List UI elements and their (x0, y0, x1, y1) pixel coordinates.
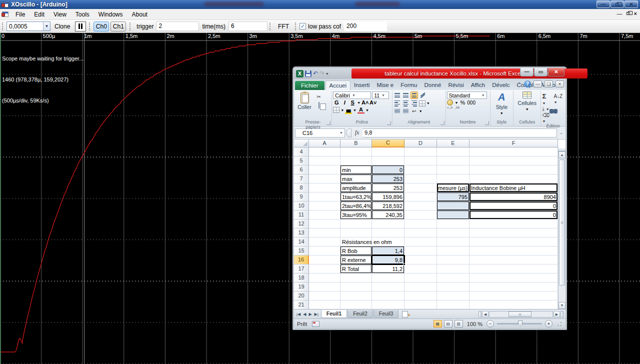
cell-A20[interactable] (309, 292, 340, 300)
pause-button[interactable] (75, 22, 86, 32)
tab-inserti[interactable]: Inserti (350, 80, 373, 90)
cell-D16[interactable] (404, 256, 437, 264)
row-header-11[interactable]: 11 (294, 210, 309, 220)
cell-B19[interactable] (340, 282, 372, 292)
cell-B10[interactable]: 2tau=86,4% (340, 202, 372, 210)
cell-F18[interactable] (470, 274, 558, 282)
row-header-17[interactable]: 17 (294, 264, 309, 274)
cell-B14[interactable]: Résistances en ohm (340, 238, 372, 246)
ch1-toggle[interactable]: Ch1 (110, 22, 126, 32)
cell-D17[interactable] (404, 264, 437, 274)
cell-D20[interactable] (404, 292, 437, 300)
excel-app-icon[interactable]: X (296, 70, 304, 78)
tab-split-handle[interactable] (478, 311, 482, 318)
tab-fichier[interactable]: Fichier (295, 81, 324, 90)
menu-about[interactable]: About (128, 10, 152, 20)
cell-C21[interactable] (372, 300, 404, 309)
vertical-scrollbar[interactable]: ▲ ▼ (558, 148, 566, 309)
decrease-indent-icon[interactable] (394, 108, 401, 114)
cell-F7[interactable] (470, 174, 558, 184)
cell-F21[interactable] (470, 300, 558, 309)
font-color-icon[interactable]: A (358, 106, 364, 114)
cell-B5[interactable] (340, 156, 372, 166)
chevron-down-icon[interactable]: ▼ (338, 131, 344, 134)
format-painter-icon[interactable] (315, 111, 322, 118)
formula-input[interactable]: 9,8 (362, 128, 557, 138)
cell-F9[interactable]: 8904 (470, 192, 558, 202)
cell-C10[interactable]: 218,592 (372, 202, 404, 210)
ch0-toggle[interactable]: Ch0 (94, 22, 109, 32)
workbook-close-button[interactable]: × (556, 80, 564, 88)
ribbon-collapse-icon[interactable]: ⌃ (518, 82, 522, 87)
number-format-combobox[interactable]: Standard▼ (447, 92, 487, 99)
menu-file[interactable]: File (11, 10, 30, 20)
row-header-8[interactable]: 8 (294, 184, 309, 192)
clone-button[interactable]: Clone (50, 22, 74, 32)
page-break-view-icon[interactable]: ▥ (454, 320, 463, 328)
hscroll-track[interactable] (489, 311, 553, 318)
cell-A12[interactable] (309, 220, 340, 228)
row-header-14[interactable]: 14 (294, 238, 309, 246)
menu-tools[interactable]: Tools (71, 10, 94, 20)
cell-C9[interactable]: 159,896 (372, 192, 404, 202)
cell-D4[interactable] (404, 148, 437, 156)
save-icon[interactable] (305, 70, 312, 77)
scrollbar-thumb[interactable] (559, 160, 565, 286)
cell-B21[interactable] (340, 300, 372, 309)
tab-formu[interactable]: Formu (397, 80, 420, 90)
cell-D11[interactable] (404, 210, 437, 220)
dialog-launcher-icon[interactable] (485, 121, 489, 125)
cell-E11[interactable] (437, 210, 470, 220)
sheet-tab-feuil2[interactable]: Feuil2 (348, 310, 373, 318)
style-button[interactable]: Style (496, 104, 508, 110)
zoom-out-button[interactable]: − (486, 320, 494, 328)
cell-B13[interactable] (340, 228, 372, 238)
cells-icon[interactable] (522, 92, 532, 98)
cell-A21[interactable] (309, 300, 340, 309)
wrap-text-icon[interactable]: ↩ (410, 108, 418, 114)
cell-E16[interactable] (437, 256, 470, 264)
trigger-input[interactable]: 2 (156, 22, 199, 31)
cell-A15[interactable] (309, 246, 340, 256)
italic-button[interactable]: I (341, 100, 348, 106)
cell-A4[interactable] (309, 148, 340, 156)
cell-A19[interactable] (309, 282, 340, 292)
borders-icon[interactable] (333, 107, 340, 113)
row-header-20[interactable]: 20 (294, 292, 309, 300)
tab-accuei[interactable]: Accuei (326, 80, 351, 90)
zoom-slider-thumb[interactable] (518, 320, 522, 326)
align-center-icon[interactable] (402, 100, 410, 108)
menu-windows[interactable]: Windows (94, 10, 128, 20)
cell-D18[interactable] (404, 274, 437, 282)
cell-B4[interactable] (340, 148, 372, 156)
row-header-7[interactable]: 7 (294, 174, 309, 184)
insert-function-icon[interactable]: fx (352, 129, 362, 136)
merge-center-icon[interactable] (419, 100, 426, 106)
cell-B11[interactable]: 3tau=95% (340, 210, 372, 220)
cell-E14[interactable] (437, 238, 470, 246)
excel-close-button[interactable]: ✕ (548, 68, 564, 76)
cell-E9[interactable]: 795 (437, 192, 470, 202)
cell-A6[interactable] (309, 166, 340, 174)
cell-D6[interactable] (404, 166, 437, 174)
scrollbar-track[interactable] (558, 286, 566, 302)
name-box[interactable]: C16 ▼ (295, 128, 345, 138)
currency-icon[interactable] (447, 100, 453, 106)
excel-titlebar[interactable]: X ↶ ↷ ▾ tableur calcul inductance Xocill… (294, 68, 566, 79)
cell-D19[interactable] (404, 282, 437, 292)
clear-icon[interactable]: ⌫ ▼ (542, 112, 550, 124)
cell-A7[interactable] (309, 174, 340, 184)
cell-C17[interactable]: 11,2 (372, 264, 404, 274)
increase-indent-icon[interactable] (402, 108, 410, 114)
menu-edit[interactable]: Edit (30, 10, 49, 20)
sheet-tab-feuil1[interactable]: Feuil1 (321, 310, 347, 318)
cell-C13[interactable] (372, 228, 404, 238)
excel-window[interactable]: X ↶ ↷ ▾ tableur calcul inductance Xocill… (292, 66, 567, 330)
workbook-restore-button[interactable]: ❏ (544, 80, 553, 88)
lowpass-checkbox[interactable]: ✓ (300, 23, 306, 30)
align-top-icon[interactable] (394, 92, 401, 98)
tab-donné[interactable]: Donné (420, 80, 444, 90)
cell-E21[interactable] (437, 300, 470, 309)
orientation-icon[interactable] (419, 93, 426, 98)
qat-dropdown-icon[interactable]: ▾ (326, 72, 328, 76)
